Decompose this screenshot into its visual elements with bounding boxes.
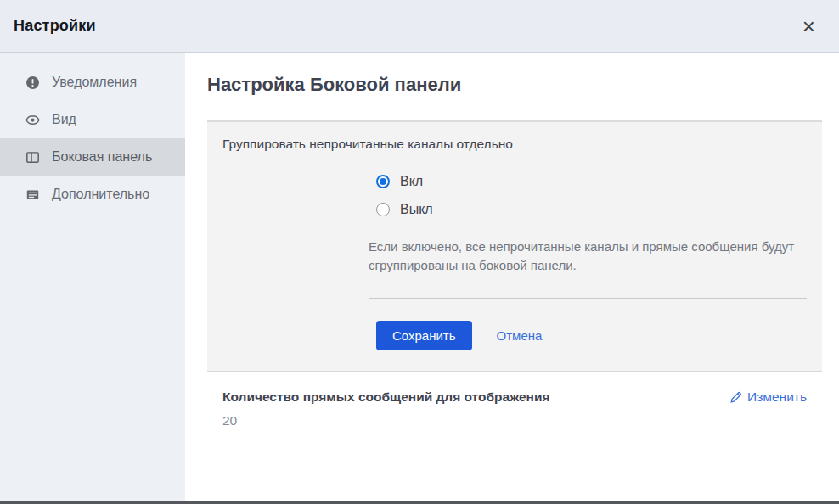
radio-off-input[interactable] [376,203,390,216]
radio-on-input[interactable] [376,175,390,188]
section-divider [207,451,822,451]
sidebar-item-label: Вид [52,112,76,127]
settings-modal: Настройки × Уведомления Вид [0,0,839,504]
edit-link-label: Изменить [747,389,807,405]
save-button[interactable]: Сохранить [376,321,472,350]
setting-description: Если включено, все непрочитанные каналы … [369,238,807,275]
group-unread-setting-panel: Группировать непрочитанные каналы отдель… [207,120,822,372]
dm-count-label: Количество прямых сообщений для отображе… [222,389,549,405]
modal-header: Настройки × [0,0,839,53]
edit-link[interactable]: Изменить [730,389,807,405]
setting-label: Группировать непрочитанные каналы отдель… [222,137,807,152]
dm-count-value: 20 [222,413,807,428]
sidebar-item-label: Уведомления [52,75,137,90]
sidebar-item-advanced[interactable]: Дополнительно [0,176,185,213]
radio-option-on[interactable]: Вкл [376,174,807,189]
sidebar-columns-icon [25,150,40,165]
sidebar-item-label: Боковая панель [52,149,152,165]
close-icon: × [802,14,815,39]
sidebar-item-sidebar[interactable]: Боковая панель [0,138,185,176]
alert-circle-icon [25,76,40,90]
page-title: Настройка Боковой панели [207,74,822,96]
radio-off-label: Выкл [400,202,433,217]
sidebar-item-label: Дополнительно [52,187,149,202]
window-bottom-edge [0,501,839,504]
modal-body: Уведомления Вид Боковая панель Дополните… [0,53,839,501]
panel-divider [369,298,807,299]
radio-on-label: Вкл [400,174,423,189]
list-icon [25,188,40,202]
settings-sidebar: Уведомления Вид Боковая панель Дополните… [0,53,185,501]
eye-icon [25,113,40,127]
button-row: Сохранить Отмена [376,321,807,350]
radio-option-off[interactable]: Выкл [376,202,807,217]
sidebar-item-notifications[interactable]: Уведомления [0,64,185,101]
cancel-link[interactable]: Отмена [497,328,543,343]
pencil-icon [730,391,742,403]
settings-content: Настройка Боковой панели Группировать не… [185,53,839,501]
dm-count-setting: Количество прямых сообщений для отображе… [207,389,822,428]
modal-title: Настройки [14,17,96,35]
setting-controls: Вкл Выкл Если включено, все непрочитанны… [369,174,807,350]
close-button[interactable]: × [794,12,824,41]
dm-count-header: Количество прямых сообщений для отображе… [222,389,807,405]
sidebar-item-display[interactable]: Вид [0,101,185,138]
